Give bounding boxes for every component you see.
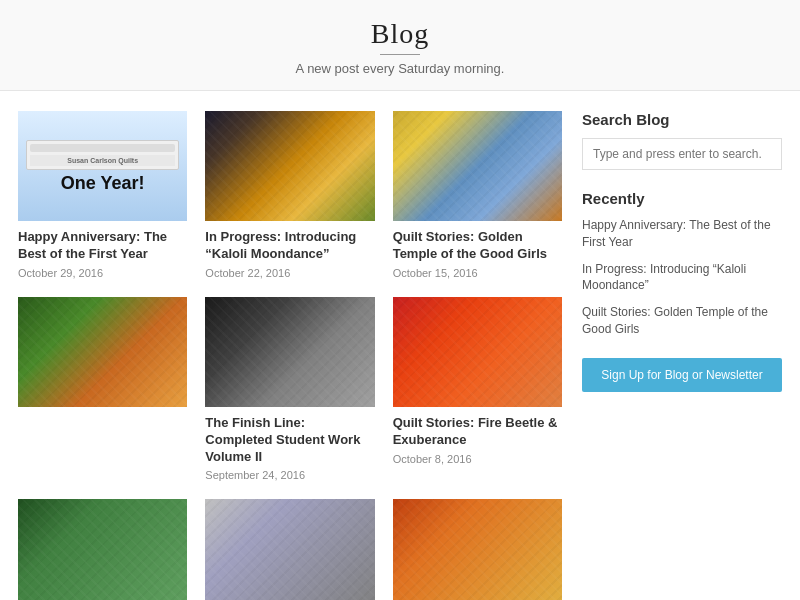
blog-header: Blog A new post every Saturday morning. — [0, 0, 800, 91]
post-image-2[interactable] — [205, 111, 374, 221]
post-image-1[interactable]: Susan Carlson Quilts One Year! — [18, 111, 187, 221]
post-image-8[interactable] — [205, 499, 374, 600]
blog-post-7 — [18, 499, 187, 600]
recent-link-3[interactable]: Quilt Stories: Golden Temple of the Good… — [582, 305, 768, 336]
post-image-3[interactable] — [393, 111, 562, 221]
recent-link-item-2: In Progress: Introducing “Kaloli Moondan… — [582, 261, 782, 295]
post-title-3[interactable]: Quilt Stories: Golden Temple of the Good… — [393, 229, 562, 263]
post-image-9[interactable] — [393, 499, 562, 600]
signup-button[interactable]: Sign Up for Blog or Newsletter — [582, 358, 782, 392]
recent-link-2[interactable]: In Progress: Introducing “Kaloli Moondan… — [582, 262, 746, 293]
post-image-7[interactable] — [18, 499, 187, 600]
post-title-4 — [18, 415, 187, 431]
recently-title: Recently — [582, 190, 782, 207]
blog-post-2: In Progress: Introducing “Kaloli Moondan… — [205, 111, 374, 279]
recent-link-1[interactable]: Happy Anniversary: The Best of the First… — [582, 218, 771, 249]
search-input[interactable] — [582, 138, 782, 170]
post-date-6: October 8, 2016 — [393, 453, 562, 465]
page-wrapper: Blog A new post every Saturday morning. … — [0, 0, 800, 600]
blog-post-6: Quilt Stories: Fire Beetle & Exuberance … — [393, 297, 562, 482]
sidebar: Search Blog Recently Happy Anniversary: … — [582, 111, 782, 600]
blog-post-4 — [18, 297, 187, 482]
post-image-4[interactable] — [18, 297, 187, 407]
content-area: Susan Carlson Quilts One Year! Happy Ann… — [0, 91, 800, 600]
post-date-5: September 24, 2016 — [205, 469, 374, 481]
post-title-2[interactable]: In Progress: Introducing “Kaloli Moondan… — [205, 229, 374, 263]
recent-link-item-1: Happy Anniversary: The Best of the First… — [582, 217, 782, 251]
post-date-1: October 29, 2016 — [18, 267, 187, 279]
recently-section: Recently Happy Anniversary: The Best of … — [582, 190, 782, 338]
blog-post-9 — [393, 499, 562, 600]
blog-grid: Susan Carlson Quilts One Year! Happy Ann… — [18, 111, 562, 600]
header-divider — [380, 54, 420, 55]
post-title-6[interactable]: Quilt Stories: Fire Beetle & Exuberance — [393, 415, 562, 449]
blog-title: Blog — [20, 18, 780, 50]
post-title-5[interactable]: The Finish Line: Completed Student Work … — [205, 415, 374, 466]
search-section: Search Blog — [582, 111, 782, 170]
blog-post-8 — [205, 499, 374, 600]
recently-links: Happy Anniversary: The Best of the First… — [582, 217, 782, 338]
post-image-5[interactable] — [205, 297, 374, 407]
blog-post-5: The Finish Line: Completed Student Work … — [205, 297, 374, 482]
post-image-6[interactable] — [393, 297, 562, 407]
search-title: Search Blog — [582, 111, 782, 128]
recent-link-item-3: Quilt Stories: Golden Temple of the Good… — [582, 304, 782, 338]
blog-subtitle: A new post every Saturday morning. — [20, 61, 780, 76]
blog-post-1: Susan Carlson Quilts One Year! Happy Ann… — [18, 111, 187, 279]
post-title-1[interactable]: Happy Anniversary: The Best of the First… — [18, 229, 187, 263]
blog-post-3: Quilt Stories: Golden Temple of the Good… — [393, 111, 562, 279]
post-date-3: October 15, 2016 — [393, 267, 562, 279]
post-date-2: October 22, 2016 — [205, 267, 374, 279]
